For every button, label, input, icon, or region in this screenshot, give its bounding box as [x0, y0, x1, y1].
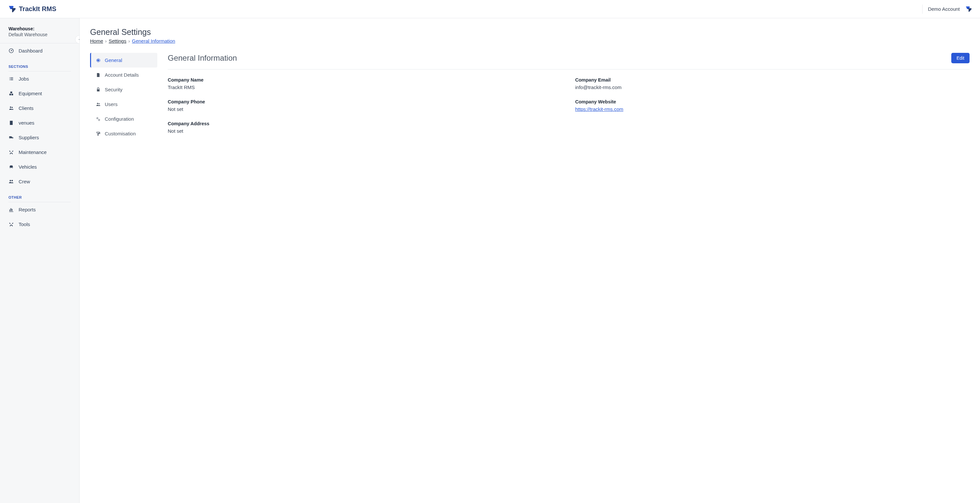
field-company-email: Company Email info@trackit-rms.com: [575, 77, 970, 90]
general-information-panel: General Information Edit Company Name Tr…: [168, 53, 970, 141]
chevron-left-icon: [77, 38, 80, 41]
brand-icon: [8, 5, 16, 13]
sidebar-item-label: Jobs: [19, 76, 29, 81]
sidebar-item-clients[interactable]: Clients: [8, 101, 71, 116]
breadcrumb: Home › Settings › General Information: [90, 38, 970, 44]
edit-button[interactable]: Edit: [951, 53, 970, 63]
gear-icon: [95, 58, 101, 63]
sidebar-item-dashboard[interactable]: Dashboard: [8, 43, 71, 58]
sidebar-item-suppliers[interactable]: Suppliers: [8, 130, 71, 145]
field-company-name: Company Name TrackIt RMS: [168, 77, 562, 90]
car-icon: [8, 164, 14, 170]
sidebar-item-jobs[interactable]: Jobs: [8, 71, 71, 86]
tools-icon: [8, 149, 14, 155]
building-icon: [8, 120, 14, 125]
subnav-item-configuration[interactable]: Configuration: [90, 111, 157, 126]
field-value: Not set: [168, 106, 562, 112]
breadcrumb-current[interactable]: General Information: [132, 38, 175, 44]
sidebar-item-label: Clients: [19, 105, 33, 111]
wrench-icon: [8, 222, 14, 227]
field-company-phone: Company Phone Not set: [168, 99, 562, 112]
field-value: TrackIt RMS: [168, 84, 562, 90]
sidebar: Warehouse: Default Warehouse Dashboard S…: [0, 18, 80, 503]
warehouse-label: Warehouse:: [8, 26, 71, 31]
field-label: Company Name: [168, 77, 562, 83]
svg-point-3: [12, 107, 13, 108]
sidebar-item-label: Reports: [19, 207, 36, 213]
page-title: General Settings: [90, 27, 970, 37]
sidebar-item-label: Suppliers: [19, 135, 39, 140]
subnav-item-customisation[interactable]: Customisation: [90, 126, 157, 141]
sidebar-item-crew[interactable]: Crew: [8, 174, 71, 189]
subnav-item-account-details[interactable]: Account Details: [90, 68, 157, 82]
sidebar-item-label: Vehicles: [19, 164, 37, 170]
subnav-label: Configuration: [105, 116, 134, 122]
subnav-label: Security: [105, 87, 123, 92]
sidebar-item-maintenance[interactable]: Maintenance: [8, 145, 71, 160]
sidebar-item-label: Maintenance: [19, 149, 47, 155]
users-icon: [8, 105, 14, 111]
field-label: Company Email: [575, 77, 970, 83]
boxes-icon: [8, 91, 14, 96]
sidebar-item-vehicles[interactable]: Vehicles: [8, 160, 71, 174]
truck-icon: [8, 135, 14, 140]
sidebar-item-label: Crew: [19, 179, 30, 184]
svg-point-6: [97, 60, 99, 61]
field-value: Not set: [168, 128, 970, 134]
subnav-item-general[interactable]: General: [90, 53, 157, 68]
crew-icon: [8, 179, 14, 184]
other-heading: OTHER: [8, 189, 71, 202]
svg-point-5: [11, 180, 13, 181]
sidebar-item-label: venues: [19, 120, 34, 125]
field-value: info@trackit-rms.com: [575, 84, 970, 90]
subnav-label: Customisation: [105, 131, 136, 136]
sidebar-item-reports[interactable]: Reports: [8, 202, 71, 217]
subnav-item-users[interactable]: Users: [90, 97, 157, 111]
account-name[interactable]: Demo Account: [928, 6, 960, 12]
field-company-website: Company Website https://trackit-rms.com: [575, 99, 970, 112]
lock-icon: [95, 87, 101, 92]
subnav-label: Account Details: [105, 72, 139, 78]
info-grid: Company Name TrackIt RMS Company Email i…: [168, 77, 970, 134]
breadcrumb-home[interactable]: Home: [90, 38, 103, 44]
svg-point-1: [11, 50, 12, 51]
field-label: Company Phone: [168, 99, 562, 105]
document-icon: [95, 72, 101, 78]
svg-rect-11: [97, 134, 99, 136]
field-label: Company Address: [168, 121, 970, 126]
sidebar-item-venues[interactable]: venues: [8, 116, 71, 130]
warehouse-name: Default Warehouse: [8, 32, 71, 37]
svg-point-2: [10, 107, 11, 108]
dashboard-icon: [8, 48, 14, 54]
sidebar-item-label: Dashboard: [19, 48, 43, 54]
sidebar-item-tools[interactable]: Tools: [8, 217, 71, 232]
field-value-link[interactable]: https://trackit-rms.com: [575, 106, 970, 112]
sidebar-item-equipment[interactable]: Equipment: [8, 86, 71, 101]
divider: [922, 5, 923, 14]
paint-roller-icon: [95, 131, 101, 136]
panel-title: General Information: [168, 54, 237, 63]
sidebar-item-label: Tools: [19, 222, 30, 227]
subnav-item-security[interactable]: Security: [90, 82, 157, 97]
brand-small-icon[interactable]: [965, 6, 972, 13]
svg-point-4: [10, 180, 11, 181]
sidebar-item-label: Equipment: [19, 91, 42, 96]
field-company-address: Company Address Not set: [168, 121, 970, 134]
subnav-label: Users: [105, 102, 118, 107]
breadcrumb-separator: ›: [105, 38, 107, 44]
breadcrumb-settings[interactable]: Settings: [109, 38, 126, 44]
main-content: General Settings Home › Settings › Gener…: [80, 18, 980, 503]
users-icon: [95, 102, 101, 107]
breadcrumb-separator: ›: [128, 38, 130, 44]
warehouse-selector[interactable]: Warehouse: Default Warehouse: [0, 26, 79, 43]
svg-point-8: [99, 103, 100, 104]
brand-logo[interactable]: TrackIt RMS: [8, 5, 56, 13]
account-area: Demo Account: [922, 5, 972, 14]
field-label: Company Website: [575, 99, 970, 105]
chart-icon: [8, 207, 14, 213]
settings-subnav: General Account Details Security Users C…: [90, 53, 157, 141]
brand-name: TrackIt RMS: [19, 5, 56, 13]
panel-header: General Information Edit: [168, 53, 970, 70]
svg-point-7: [97, 103, 98, 104]
list-icon: [8, 76, 14, 81]
